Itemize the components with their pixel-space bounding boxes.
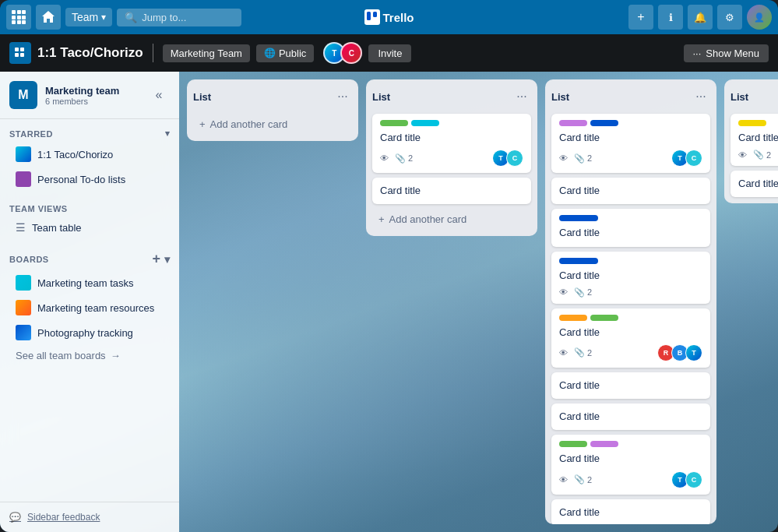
- card-title: Card title: [559, 506, 702, 520]
- plus-icon: +: [378, 213, 385, 225]
- list-column-1: List ··· + Add another card: [187, 79, 358, 141]
- board-workspace-icon: [9, 42, 31, 64]
- sidebar-collapse-button[interactable]: «: [148, 84, 170, 106]
- card-c4[interactable]: Card title: [551, 178, 710, 204]
- photography-label: Photography tracking: [37, 327, 133, 339]
- boards-section: Boards + ▾ Marketing team tasks Marketin…: [0, 241, 179, 369]
- info-button[interactable]: ℹ: [658, 5, 683, 30]
- card-badges: 👁 📎 2: [380, 153, 413, 164]
- marketing-resources-label: Marketing team resources: [37, 302, 154, 314]
- card-c9[interactable]: Card title: [551, 403, 710, 430]
- svg-rect-0: [12, 10, 16, 14]
- list-menu-button-1[interactable]: ···: [333, 87, 352, 106]
- list-title-2: List: [372, 91, 512, 103]
- card-footer: 👁 📎2: [738, 150, 778, 160]
- member-chip: C: [685, 150, 702, 167]
- sidebar-item-taco[interactable]: 1:1 Taco/Chorizo: [9, 142, 170, 167]
- workspace-members: 6 members: [45, 97, 140, 106]
- attachment-badge: 📎2: [574, 347, 592, 358]
- apps-button[interactable]: [6, 5, 31, 30]
- svg-rect-15: [20, 53, 24, 57]
- list-menu-button-3[interactable]: ···: [692, 87, 710, 106]
- svg-rect-12: [15, 48, 19, 51]
- card-title: Card title: [559, 131, 702, 145]
- label-purple: [590, 441, 618, 447]
- bell-icon: 🔔: [694, 12, 706, 23]
- list-title-3: List: [551, 91, 692, 103]
- add-button[interactable]: +: [628, 5, 653, 30]
- sidebar-item-marketing-resources[interactable]: Marketing team resources: [9, 295, 170, 320]
- home-button[interactable]: [36, 5, 61, 30]
- notifications-button[interactable]: 🔔: [688, 5, 713, 30]
- card-badges: 👁 📎2: [559, 153, 592, 164]
- label-blue: [590, 120, 618, 126]
- sidebar-item-todo[interactable]: Personal To-do lists: [9, 167, 170, 192]
- card-footer: 👁 📎2 T C: [559, 150, 702, 167]
- main-layout: M Marketing team 6 members « Starred ▾ 1…: [0, 72, 778, 532]
- paperclip-icon: 📎: [574, 153, 585, 164]
- paperclip-icon: 📎: [574, 347, 585, 358]
- team-table-label: Team table: [32, 222, 82, 234]
- attachment-badge: 📎2: [574, 287, 592, 298]
- card-c2[interactable]: Card title: [372, 178, 531, 204]
- sidebar-item-photography[interactable]: Photography tracking: [9, 320, 170, 345]
- list-header-3: List ···: [551, 86, 710, 109]
- team-views-header[interactable]: Team views: [9, 201, 170, 217]
- card-c15[interactable]: Card title: [730, 171, 778, 197]
- card-title: Card title: [559, 226, 702, 240]
- card-c11[interactable]: Card title: [551, 499, 710, 525]
- card-labels: [559, 120, 702, 126]
- card-members: T C: [492, 150, 523, 167]
- card-c5[interactable]: Card title: [551, 209, 710, 246]
- svg-rect-1: [17, 10, 21, 14]
- card-title: Card title: [559, 379, 702, 393]
- card-labels: [738, 120, 778, 126]
- team-button[interactable]: Team ▾: [65, 8, 112, 26]
- starred-section-header[interactable]: Starred ▾: [9, 125, 170, 142]
- board-members: T C: [323, 42, 362, 64]
- card-c6[interactable]: Card title 👁 📎2: [551, 252, 710, 304]
- card-c10[interactable]: Card title 👁 📎2 T C: [551, 435, 710, 494]
- user-avatar[interactable]: 👤: [747, 5, 772, 30]
- svg-rect-4: [17, 16, 21, 19]
- sidebar-item-team-table[interactable]: ☰ Team table: [9, 217, 170, 238]
- search-bar[interactable]: 🔍 Jump to...: [117, 9, 241, 26]
- add-card-button-1[interactable]: + Add another card: [193, 114, 352, 135]
- show-menu-button[interactable]: ··· Show Menu: [684, 44, 769, 62]
- label-green: [590, 315, 618, 321]
- card-title: Card title: [738, 177, 778, 191]
- list-menu-button-2[interactable]: ···: [512, 87, 531, 106]
- card-c3[interactable]: Card title 👁 📎2 T C: [551, 114, 710, 173]
- see-all-boards-link[interactable]: See all team boards →: [9, 345, 170, 366]
- card-c14[interactable]: Card title 👁 📎2: [730, 114, 778, 166]
- watch-badge: 👁: [559, 475, 568, 484]
- visibility-button[interactable]: 🌐 Public: [256, 44, 314, 62]
- card-c7[interactable]: Card title 👁 📎2 R B T: [551, 308, 710, 368]
- invite-button[interactable]: Invite: [368, 44, 411, 62]
- settings-button[interactable]: ⚙: [717, 5, 742, 30]
- team-label: Team: [72, 11, 98, 23]
- collapse-icon: «: [156, 88, 163, 102]
- workspace-button[interactable]: Marketing Team: [163, 44, 250, 62]
- add-card-button-2[interactable]: + Add another card: [372, 209, 531, 230]
- sidebar: M Marketing team 6 members « Starred ▾ 1…: [0, 72, 179, 532]
- boards-chevron-icon[interactable]: ▾: [164, 253, 171, 266]
- sidebar-item-marketing-tasks[interactable]: Marketing team tasks: [9, 270, 170, 295]
- sidebar-feedback-link[interactable]: 💬 Sidebar feedback: [9, 512, 170, 523]
- card-c8[interactable]: Card title: [551, 372, 710, 399]
- starred-section: Starred ▾ 1:1 Taco/Chorizo Personal To-d…: [0, 119, 179, 195]
- add-board-button[interactable]: +: [152, 251, 160, 267]
- svg-rect-3: [12, 16, 16, 19]
- card-c1[interactable]: Card title 👁 📎 2 T C: [372, 114, 531, 173]
- list-header-1: List ···: [193, 86, 352, 109]
- label-yellow: [738, 120, 766, 126]
- card-title: Card title: [380, 131, 523, 145]
- member-avatar-2[interactable]: C: [340, 42, 362, 64]
- paperclip-icon: 📎: [574, 474, 585, 484]
- label-orange: [559, 315, 587, 321]
- boards-section-header[interactable]: Boards + ▾: [9, 248, 170, 270]
- label-cyan: [411, 120, 439, 126]
- paperclip-icon: 📎: [574, 287, 585, 298]
- board-title: 1:1 Taco/Chorizo: [37, 45, 143, 61]
- watch-badge: 👁: [559, 348, 568, 358]
